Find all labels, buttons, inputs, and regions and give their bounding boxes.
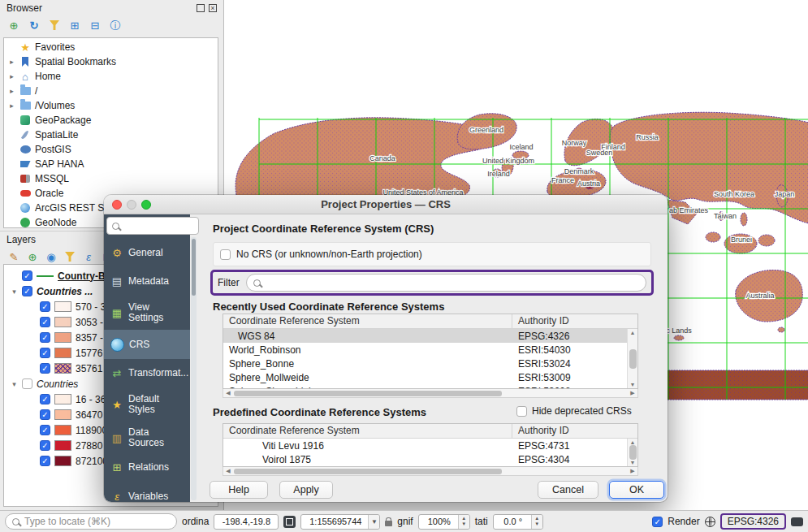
manage-map-themes-icon[interactable]: ◉ bbox=[45, 250, 58, 263]
sidebar-item-data-sources[interactable]: ▥Data Sources bbox=[104, 422, 190, 453]
locate-input[interactable]: Type to locate (⌘K) bbox=[5, 513, 177, 530]
table-header[interactable]: Coordinate Reference System Authority ID bbox=[223, 314, 637, 329]
class-checkbox[interactable]: ✓ bbox=[40, 394, 50, 404]
class-checkbox[interactable]: ✓ bbox=[40, 348, 50, 358]
filter-input[interactable] bbox=[246, 274, 646, 292]
sidebar-scrollbar[interactable] bbox=[191, 237, 197, 500]
column-header-crs[interactable]: Coordinate Reference System bbox=[223, 424, 512, 438]
scroll-down-icon[interactable]: ▼ bbox=[630, 382, 636, 387]
scroll-down-icon[interactable]: ▼ bbox=[630, 460, 636, 465]
scroll-right-icon[interactable]: ▶ bbox=[628, 468, 637, 474]
rotation-spinbox[interactable]: 0.0 °▲▼ bbox=[493, 514, 543, 530]
close-window-icon[interactable] bbox=[112, 200, 122, 210]
expand-arrow-icon[interactable]: ▸ bbox=[8, 72, 15, 80]
chevron-down-icon[interactable]: ▼ bbox=[368, 515, 379, 529]
vertical-scrollbar[interactable]: ▲▼ bbox=[627, 329, 637, 388]
layer-checkbox[interactable] bbox=[22, 378, 32, 389]
crs-globe-icon[interactable] bbox=[705, 517, 715, 527]
class-checkbox[interactable]: ✓ bbox=[40, 456, 50, 466]
refresh-icon[interactable]: ↻ bbox=[28, 19, 41, 32]
ok-button[interactable]: OK bbox=[609, 481, 664, 499]
layer-styling-icon[interactable]: ✎ bbox=[7, 250, 20, 263]
filter-browser-icon[interactable] bbox=[48, 19, 61, 32]
horizontal-scrollbar[interactable]: ◀▶ bbox=[223, 389, 638, 398]
table-row[interactable]: World_RobinsonESRI:54030 bbox=[223, 343, 637, 357]
scrollbar-thumb[interactable] bbox=[192, 239, 196, 296]
properties-widget-icon[interactable]: ⓘ bbox=[109, 19, 122, 32]
browser-item-spatialite[interactable]: SpatiaLite bbox=[4, 128, 218, 142]
dialog-titlebar[interactable]: Project Properties — CRS bbox=[104, 195, 668, 214]
extents-toggle-icon[interactable] bbox=[283, 516, 296, 528]
crs-status-button[interactable]: EPSG:4326 bbox=[720, 513, 786, 530]
expand-arrow-icon[interactable]: ▸ bbox=[8, 102, 15, 110]
table-row[interactable]: Sphere_BonneESRI:53024 bbox=[223, 357, 637, 370]
class-checkbox[interactable]: ✓ bbox=[40, 301, 50, 312]
scrollbar-thumb[interactable] bbox=[234, 391, 502, 396]
browser-item-geopackage[interactable]: GeoPackage bbox=[4, 113, 218, 128]
cancel-button[interactable]: Cancel bbox=[538, 481, 598, 499]
scroll-up-icon[interactable]: ▲ bbox=[630, 439, 636, 445]
sidebar-item-default-styles[interactable]: ★Default Styles bbox=[104, 387, 190, 422]
column-header-authority[interactable]: Authority ID bbox=[512, 314, 637, 328]
collapse-all-icon[interactable]: ⊟ bbox=[89, 19, 102, 32]
filter-expression-icon[interactable]: ε bbox=[82, 250, 95, 263]
class-checkbox[interactable]: ✓ bbox=[40, 363, 50, 374]
browser-item-favorites[interactable]: ★Favorites bbox=[4, 40, 218, 54]
add-group-icon[interactable]: ⊕ bbox=[26, 250, 39, 263]
collapse-arrow-icon[interactable]: ▾ bbox=[11, 288, 18, 296]
no-crs-checkbox[interactable] bbox=[220, 249, 231, 260]
browser-item-mssql[interactable]: MSSQL bbox=[4, 171, 218, 186]
sidebar-item-metadata[interactable]: ▤Metadata bbox=[104, 268, 190, 294]
magnifier-spinbox[interactable]: 100%▲▼ bbox=[418, 514, 470, 530]
apply-button[interactable]: Apply bbox=[279, 481, 333, 499]
layer-checkbox[interactable]: ✓ bbox=[22, 286, 32, 296]
expand-arrow-icon[interactable]: ▸ bbox=[8, 87, 15, 95]
class-checkbox[interactable]: ✓ bbox=[40, 409, 50, 420]
column-header-authority[interactable]: Authority ID bbox=[512, 424, 637, 438]
scrollbar-thumb[interactable] bbox=[629, 445, 637, 460]
float-panel-icon[interactable] bbox=[197, 4, 205, 12]
lock-scale-icon[interactable] bbox=[385, 521, 392, 526]
sidebar-item-crs[interactable]: CRS bbox=[104, 330, 190, 359]
sidebar-item-transformations[interactable]: ⇄Transformat... bbox=[104, 359, 190, 387]
table-row[interactable]: Voirol 1875EPSG:4304 bbox=[223, 452, 637, 466]
table-row-wgs84[interactable]: WGS 84EPSG:4326 bbox=[223, 329, 637, 343]
horizontal-scrollbar[interactable]: ◀▶ bbox=[223, 467, 638, 476]
browser-item-spatial-bookmarks[interactable]: ▸Spatial Bookmarks bbox=[4, 54, 218, 69]
browser-item-postgis[interactable]: PostGIS bbox=[4, 142, 218, 157]
close-panel-icon[interactable]: × bbox=[209, 4, 217, 12]
filter-legend-icon[interactable] bbox=[63, 250, 76, 263]
table-row[interactable]: Viti Levu 1916EPSG:4731 bbox=[223, 439, 637, 452]
scrollbar-thumb[interactable] bbox=[234, 469, 502, 474]
scale-combobox[interactable]: 1:155695744▼ bbox=[300, 514, 380, 530]
browser-item-root[interactable]: ▸/ bbox=[4, 84, 218, 98]
browser-item-home[interactable]: ▸⌂Home bbox=[4, 69, 218, 84]
expand-arrow-icon[interactable]: ▸ bbox=[8, 58, 15, 66]
spinner-icons[interactable]: ▲▼ bbox=[531, 515, 542, 529]
table-header[interactable]: Coordinate Reference System Authority ID bbox=[223, 424, 637, 439]
scroll-left-icon[interactable]: ◀ bbox=[223, 468, 233, 474]
scroll-right-icon[interactable]: ▶ bbox=[628, 390, 637, 396]
sidebar-item-general[interactable]: ⚙General bbox=[104, 239, 190, 266]
browser-item-volumes[interactable]: ▸/Volumes bbox=[4, 98, 218, 113]
class-checkbox[interactable]: ✓ bbox=[40, 425, 50, 435]
scrollbar-thumb[interactable] bbox=[629, 349, 637, 369]
sidebar-item-variables[interactable]: εVariables bbox=[104, 482, 190, 502]
coordinate-input[interactable]: -198.4,-19.8 bbox=[214, 514, 279, 530]
class-checkbox[interactable]: ✓ bbox=[40, 440, 50, 451]
scroll-left-icon[interactable]: ◀ bbox=[223, 390, 233, 396]
class-checkbox[interactable]: ✓ bbox=[40, 317, 50, 327]
column-header-crs[interactable]: Coordinate Reference System bbox=[223, 314, 512, 328]
sidebar-item-view-settings[interactable]: ▦View Settings bbox=[104, 296, 190, 330]
spinner-icons[interactable]: ▲▼ bbox=[458, 515, 469, 529]
class-checkbox[interactable]: ✓ bbox=[40, 332, 50, 343]
help-button[interactable]: Help bbox=[210, 481, 268, 499]
layer-checkbox[interactable]: ✓ bbox=[22, 270, 32, 281]
sidebar-item-relations[interactable]: ⊞Relations bbox=[104, 453, 190, 481]
browser-item-sap-hana[interactable]: SAP HANA bbox=[4, 157, 218, 171]
hide-deprecated-checkbox[interactable] bbox=[516, 406, 527, 417]
add-selected-layers-icon[interactable]: ⊕ bbox=[7, 19, 20, 32]
vertical-scrollbar[interactable]: ▲▼ bbox=[627, 439, 637, 466]
sidebar-search-input[interactable] bbox=[106, 217, 199, 235]
collapse-arrow-icon[interactable]: ▾ bbox=[11, 380, 18, 388]
